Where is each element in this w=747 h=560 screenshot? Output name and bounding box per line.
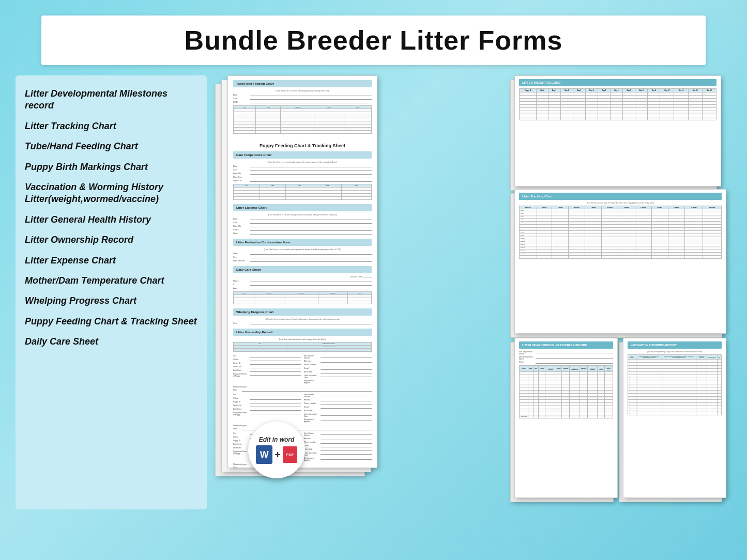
doc-vaccination-subtitle: (Must be accompanied by a copy of the ve…	[628, 351, 722, 353]
doc-tube-subtitle: (Use this form to record when puppies ar…	[233, 89, 372, 92]
plus-icon: +	[275, 449, 281, 461]
sidebar: Litter Developmental Milestones record L…	[16, 75, 207, 509]
sidebar-item-mother-dam-temp: Mother/Dam Temperature Chart	[25, 273, 197, 289]
sidebar-item-tube-hand-feeding: Tube/Hand Feeding Chart	[25, 138, 197, 154]
word-label: W	[260, 449, 269, 460]
doc-section-expense: Litter Expense Chart	[236, 206, 267, 209]
doc-expense-subtitle: (Use this form to record all expenses as…	[233, 213, 372, 216]
header-container: Bundle Breeder Litter Forms	[41, 15, 706, 65]
doc-dam-temp-subtitle: (Use this form to record and monitor the…	[233, 161, 372, 163]
doc-ownership-subtitle: (Use this chart to record each puppy fro…	[233, 338, 372, 340]
doc-section-whelping: Whelping Progress Chart	[236, 310, 273, 314]
right-docs: LITTER WEIGHT RECORD Puppy ID Birth Day …	[514, 75, 731, 509]
doc-whelping-subtitle: (Use this form to track everything that …	[233, 318, 372, 320]
doc-tracking-chart: Litter Tracking Chart (Use this form to …	[514, 189, 726, 334]
pdf-icon: PDF	[283, 446, 297, 463]
pdf-label: PDF	[286, 453, 294, 457]
doc-weight-record: LITTER WEIGHT RECORD Puppy ID Birth Day …	[514, 75, 721, 186]
sidebar-item-puppy-feeding: Puppy Feeding Chart & Tracking Sheet	[25, 314, 197, 330]
sidebar-item-litter-general-health: Litter General Health History	[25, 212, 197, 228]
main-content: Litter Developmental Milestones record L…	[16, 75, 731, 509]
sidebar-item-puppy-birth-markings: Puppy Birth Markings Chart	[25, 159, 197, 175]
sidebar-item-daily-care: Daily Care Sheet	[25, 334, 197, 350]
doc-section-dam-temp: Dam Temperature Chart	[236, 153, 271, 157]
doc-section-ownership: Litter Ownership Record	[236, 331, 272, 334]
doc-weight-title: LITTER WEIGHT RECORD	[522, 81, 560, 84]
main-title: Bundle Breeder Litter Forms	[62, 25, 685, 56]
doc-vaccination: VACCINATION & WORMING HISTORY (Must be a…	[623, 338, 726, 498]
edit-badge-text: Edit in word	[259, 436, 295, 443]
doc-section-tube: Tube/Hand Feeding Chart	[236, 82, 274, 85]
sidebar-item-litter-dev-milestones: Litter Developmental Milestones record	[25, 86, 197, 114]
doc-milestones-title: LITTER DEVELOPMENTAL MILESTONES & RECORD	[522, 344, 587, 347]
doc-tracking-subtitle: (Use this form to see data on Puppy ID, …	[519, 202, 722, 204]
doc-main-front: Tube/Hand Feeding Chart (Use this form t…	[227, 75, 377, 468]
doc-puppy-feeding-title: Puppy Feeding Chart & Tracking Sheet	[233, 143, 372, 148]
sidebar-item-litter-expense: Litter Expense Chart	[25, 253, 197, 269]
word-icon: W	[256, 445, 272, 464]
doc-tracking-title: Litter Tracking Chart	[522, 195, 553, 198]
doc-daily-today: Today's Date ________	[233, 275, 372, 278]
doc-section-daily: Daily Care Sheet	[236, 268, 261, 271]
sidebar-item-whelping-progress: Whelping Progress Chart	[25, 293, 197, 309]
doc-eval-subtitle: (Use this form to score each pup against…	[233, 248, 372, 251]
center-docs: Tube/Hand Feeding Chart (Use this form t…	[217, 75, 504, 509]
sidebar-item-litter-ownership: Litter Ownership Record	[25, 232, 197, 248]
doc-section-eval: Litter Evaluation Conformation Form	[236, 241, 291, 244]
sidebar-item-litter-tracking: Litter Tracking Chart	[25, 118, 197, 134]
doc-milestones: LITTER DEVELOPMENTAL MILESTONES & RECORD…	[514, 338, 618, 498]
doc-vaccination-title: VACCINATION & WORMING HISTORY	[631, 344, 677, 347]
sidebar-item-vaccination-worming: Vaccination & Worming History Litter(wei…	[25, 179, 197, 208]
edit-badge: Edit in word W + PDF	[248, 422, 305, 478]
edit-badge-icons: W + PDF	[256, 445, 297, 464]
